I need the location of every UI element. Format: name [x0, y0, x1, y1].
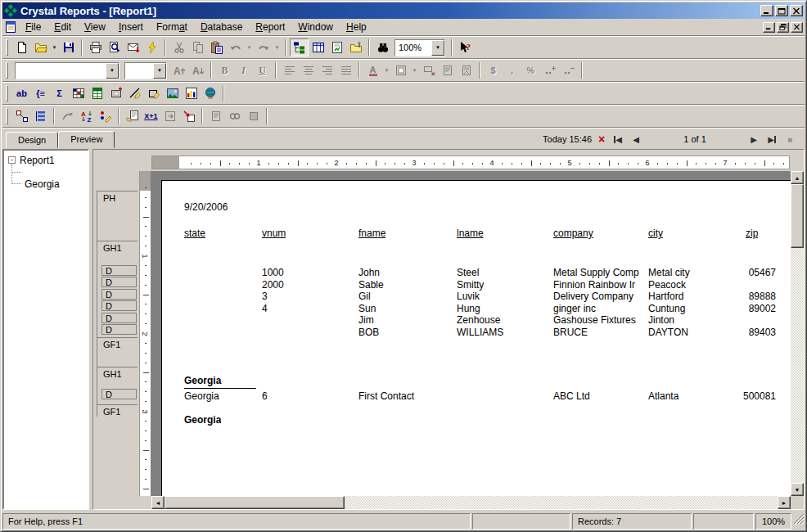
tab-design[interactable]: Design: [6, 132, 58, 148]
refresh-button[interactable]: [142, 38, 161, 56]
menu-format[interactable]: Format: [150, 19, 194, 35]
first-page-button[interactable]: ◀: [610, 133, 626, 146]
horizontal-scroll-thumb[interactable]: [165, 496, 345, 509]
section-label-gh1[interactable]: GH1: [93, 242, 138, 254]
scroll-right-button[interactable]: ►: [778, 496, 791, 509]
ruler-number: 7: [723, 159, 727, 167]
ruler-tick: [145, 469, 147, 470]
insert-line-button[interactable]: [125, 84, 144, 102]
section-label-d[interactable]: D: [101, 277, 137, 287]
ruler-tick: [145, 265, 147, 266]
minimize-button[interactable]: [760, 5, 773, 16]
section-label-d[interactable]: D: [101, 289, 137, 300]
insert-box-button[interactable]: [144, 84, 163, 102]
favorites-folder-button[interactable]: [346, 38, 365, 56]
tree-item-georgia[interactable]: Georgia: [25, 178, 60, 190]
insert-crosstab-button[interactable]: [69, 84, 88, 102]
menu-insert[interactable]: Insert: [112, 19, 150, 35]
combo-dropdown-icon[interactable]: ▼: [106, 63, 119, 79]
formula-workshop-button[interactable]: [123, 107, 142, 125]
ruler-number: 5: [567, 159, 571, 167]
report-style-button[interactable]: [327, 38, 346, 56]
insert-summary-button[interactable]: Σ: [50, 84, 69, 102]
mdi-restore-button[interactable]: [777, 22, 789, 33]
toolbar-grip[interactable]: [6, 39, 8, 56]
toolbar-grip[interactable]: [6, 62, 8, 79]
section-label-gf1[interactable]: GF1: [93, 339, 138, 350]
scroll-up-button[interactable]: ▲: [791, 171, 804, 184]
visual-linking-expert-icon: [16, 110, 29, 123]
new-report-button[interactable]: [12, 38, 31, 56]
section-bracket-line: [97, 191, 97, 417]
section-label-ph[interactable]: PH: [93, 192, 138, 204]
report-document-icon[interactable]: [4, 20, 17, 34]
section-label-d[interactable]: D: [101, 389, 137, 399]
section-label-gh1[interactable]: GH1: [93, 368, 138, 380]
record-sort-expert-button[interactable]: AZ: [77, 107, 96, 125]
scroll-left-button[interactable]: ◄: [151, 496, 165, 509]
ruler-tick: [628, 163, 629, 165]
menu-database[interactable]: Database: [194, 19, 249, 35]
tree-collapse-icon[interactable]: -: [8, 156, 16, 164]
section-label-d[interactable]: D: [101, 300, 137, 311]
mdi-close-button[interactable]: [791, 22, 803, 33]
zoom-combobox[interactable]: 100%▼: [394, 39, 445, 56]
insert-picture-button[interactable]: [163, 84, 182, 102]
resize-grip[interactable]: [793, 513, 805, 530]
group-expert-button[interactable]: [31, 107, 50, 125]
save-report-button[interactable]: [59, 38, 78, 56]
open-report-button[interactable]: [31, 38, 50, 56]
vertical-scrollbar[interactable]: ▲ ▼: [791, 171, 804, 496]
paste-button[interactable]: [207, 38, 226, 56]
horizontal-scrollbar[interactable]: ◄ ►: [151, 496, 791, 509]
visual-linking-expert-button[interactable]: [12, 107, 31, 125]
font-size-combobox[interactable]: ▼: [124, 62, 167, 79]
close-view-icon[interactable]: ×: [595, 134, 608, 144]
group-sort-expert-button[interactable]: [96, 107, 115, 125]
find-button[interactable]: [373, 38, 392, 56]
print-preview-button[interactable]: [105, 38, 124, 56]
vertical-scroll-thumb[interactable]: [791, 184, 804, 248]
section-label-gf1[interactable]: GF1: [93, 406, 138, 417]
report-cell: Smitty: [457, 280, 551, 291]
tab-preview[interactable]: Preview: [58, 131, 115, 148]
toolbar-grip[interactable]: [6, 108, 8, 124]
help-button[interactable]: ?: [456, 38, 475, 56]
insert-subreport-button[interactable]: [88, 84, 106, 102]
combo-dropdown-icon[interactable]: ▼: [431, 40, 444, 56]
menu-view[interactable]: View: [78, 19, 112, 35]
insert-chart-button[interactable]: [182, 84, 201, 102]
insert-summary-button-glyph: Σ: [56, 89, 62, 98]
insert-ole-object-button[interactable]: [106, 84, 125, 102]
menu-help[interactable]: Help: [340, 19, 373, 35]
last-page-button[interactable]: ▶: [764, 133, 780, 146]
close-button[interactable]: [790, 5, 803, 16]
insert-map-button[interactable]: [201, 84, 219, 102]
menu-report[interactable]: Report: [249, 19, 291, 35]
previous-page-button[interactable]: ◀: [628, 133, 644, 146]
toggle-group-tree-button[interactable]: [290, 38, 309, 56]
section-label-d[interactable]: D: [101, 324, 137, 335]
select-expert-button[interactable]: X+1: [142, 107, 160, 125]
section-expert-button[interactable]: [179, 107, 198, 125]
maximize-button[interactable]: [775, 5, 788, 16]
insert-field-button[interactable]: {≡: [31, 84, 50, 102]
section-label-d[interactable]: D: [101, 265, 137, 276]
menu-file[interactable]: File: [19, 19, 47, 35]
mdi-minimize-button[interactable]: [763, 22, 775, 33]
print-button[interactable]: [86, 38, 105, 56]
font-name-combobox[interactable]: ▼: [15, 62, 119, 79]
combo-dropdown-icon[interactable]: ▼: [153, 63, 166, 79]
tree-root-report1[interactable]: Report1: [20, 155, 55, 166]
open-report-button-dropdown-icon[interactable]: ▼: [50, 38, 59, 56]
scroll-down-button[interactable]: ▼: [791, 483, 804, 496]
insert-text-object-button[interactable]: ab: [12, 84, 31, 102]
menu-edit[interactable]: Edit: [47, 19, 78, 35]
next-page-button[interactable]: ▶: [746, 133, 762, 146]
field-view-button[interactable]: [309, 38, 327, 56]
menu-window[interactable]: Window: [291, 19, 340, 35]
export-button[interactable]: [124, 38, 142, 56]
section-label-d[interactable]: D: [101, 313, 137, 323]
ruler-tick: [745, 163, 746, 165]
toolbar-grip[interactable]: [6, 85, 8, 101]
